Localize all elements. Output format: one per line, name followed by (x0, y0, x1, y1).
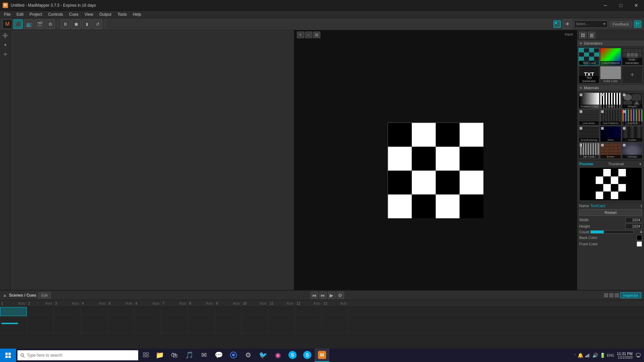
taskbar-app-skype2[interactable]: S (300, 349, 315, 362)
scene-settings-button[interactable]: ⚙ (337, 292, 344, 299)
search-bar[interactable] (17, 350, 138, 360)
menu-tools[interactable]: Tools (115, 11, 129, 17)
cue-cell[interactable] (54, 307, 80, 316)
cue-cell[interactable] (54, 326, 80, 335)
cue-cell[interactable] (107, 307, 134, 316)
zoom-in-button[interactable]: + (297, 32, 304, 38)
materials-section-header[interactable]: ▼ Materials (577, 85, 644, 91)
taskbar-app-itunes[interactable]: 🎵 (182, 349, 197, 362)
cue-cell[interactable] (107, 316, 134, 325)
menu-view[interactable]: View (82, 11, 96, 17)
cue-cell[interactable] (80, 316, 107, 325)
preview-expand-icon[interactable]: ▼ (639, 162, 642, 166)
madlink-button[interactable] (634, 20, 641, 28)
fit-button[interactable]: ⊞ (313, 32, 320, 38)
material-gradient[interactable]: Gradient Color (579, 93, 599, 109)
cue-cell[interactable] (268, 316, 295, 325)
volume-icon[interactable]: 🔊 (592, 352, 598, 358)
list-view-button[interactable] (588, 32, 595, 39)
material-barcode[interactable]: Bar Code (579, 143, 599, 159)
feedback-button[interactable]: Feedback (610, 21, 632, 27)
menu-file[interactable]: File (1, 11, 13, 17)
cue-cell[interactable] (295, 307, 322, 316)
cue-cell[interactable] (134, 326, 161, 335)
cue-cell[interactable] (80, 307, 107, 316)
media-button[interactable]: 🎬 (35, 19, 44, 29)
edit-button[interactable]: Edit (38, 292, 51, 298)
taskbar-app-whatsapp[interactable]: 💬 (211, 349, 226, 362)
material-strobe[interactable]: Strob (600, 93, 621, 109)
dropdown-selector[interactable]: Select... ▼ (574, 20, 608, 28)
material-linepatterns[interactable]: Line Patterns (600, 109, 621, 125)
generator-solidcolor[interactable]: Solid Color (600, 66, 621, 83)
cue-cell[interactable] (188, 316, 215, 325)
material-linergb[interactable]: LineRGB (622, 109, 643, 125)
material-scanline[interactable]: ScanlineArray (579, 126, 599, 142)
taskbar-app-store[interactable]: 🛍 (167, 349, 182, 362)
material-shapes[interactable]: Shapes (622, 93, 643, 109)
maximize-button[interactable]: □ (613, 0, 629, 11)
menu-edit[interactable]: Edit (14, 11, 26, 17)
tool-add[interactable]: ➕ (1, 32, 9, 40)
output-button[interactable]: 📺 (24, 19, 34, 29)
cue-active-cell[interactable] (0, 307, 27, 316)
material-curtain[interactable]: Curtain (622, 126, 643, 142)
clock[interactable]: 11:31 PM 1/21/2020 (615, 352, 634, 359)
cue-cell[interactable] (161, 307, 188, 316)
play-button[interactable]: ▶ (328, 292, 335, 299)
grid-view-button[interactable] (579, 32, 587, 39)
minimize-button[interactable]: ─ (598, 0, 613, 11)
taskview-button[interactable] (140, 349, 152, 362)
cue-cell[interactable] (215, 326, 241, 335)
cue-progress-cell[interactable] (0, 316, 27, 325)
inspector-info-icon[interactable]: ℹ (641, 204, 642, 208)
cue-cell[interactable] (241, 326, 268, 335)
generator-textgen[interactable]: TXT Text Generator (579, 66, 599, 83)
count-bar-container[interactable] (590, 230, 634, 234)
surfaces-button[interactable]: ⬛ (13, 19, 23, 29)
battery-icon[interactable]: 🔋 (599, 352, 605, 358)
skip-forward-button[interactable]: ⏭ (319, 292, 327, 299)
menu-help[interactable]: Help (130, 11, 144, 17)
tool-transform[interactable]: ✛ (1, 50, 9, 58)
scene-view-large[interactable] (615, 293, 619, 297)
zoom-out-button[interactable]: − (305, 32, 312, 38)
cue-cell[interactable] (295, 326, 322, 335)
record-button[interactable]: ⏺ (71, 19, 81, 29)
home-button[interactable]: M (3, 19, 12, 29)
taskbar-app-settings[interactable]: ⚙ (241, 349, 256, 362)
generators-section-header[interactable]: ▼ Generators (577, 40, 644, 47)
taskbar-app-skype1[interactable]: S (285, 349, 300, 362)
cue-cell[interactable] (241, 307, 268, 316)
front-color-swatch[interactable] (637, 241, 642, 247)
scene-view-medium[interactable] (609, 293, 613, 297)
network-icon[interactable] (585, 352, 591, 358)
taskbar-app-tweetdeck[interactable]: 🐦 (256, 349, 270, 362)
pause-button[interactable]: ⏸ (61, 19, 70, 29)
cue-cell[interactable] (268, 326, 295, 335)
settings-button[interactable]: ⚙ (46, 19, 55, 29)
generator-gridgen[interactable]: Grid-Generator (622, 48, 643, 65)
material-siren[interactable]: Siren (600, 126, 621, 142)
cue-cell[interactable] (27, 326, 54, 335)
material-bricks[interactable]: Bricks (600, 143, 621, 159)
notification-icon[interactable]: 🔔 (577, 352, 583, 358)
material-clouds[interactable]: iClouds (622, 143, 643, 159)
cue-cell[interactable] (134, 316, 161, 325)
taskbar-app-app1[interactable]: ◉ (270, 349, 285, 362)
cue-cell[interactable] (134, 307, 161, 316)
restart-button[interactable]: Restart (579, 209, 642, 216)
cue-cell[interactable] (107, 326, 134, 335)
mode-icon[interactable] (553, 20, 561, 28)
cue-cell[interactable] (322, 326, 349, 335)
search-input[interactable] (27, 353, 136, 358)
inspector-width-value[interactable]: 1024 (625, 217, 642, 223)
cue-cell[interactable] (188, 326, 215, 335)
back-color-swatch[interactable] (637, 235, 642, 240)
show-hidden-icons[interactable]: ^ (575, 354, 576, 357)
menu-controls[interactable]: Controls (45, 11, 66, 17)
cue-cell[interactable] (188, 307, 215, 316)
cue-cell[interactable] (54, 316, 80, 325)
menu-project[interactable]: Project (27, 11, 45, 17)
inspector-toggle-button[interactable]: Inspector (620, 292, 641, 298)
